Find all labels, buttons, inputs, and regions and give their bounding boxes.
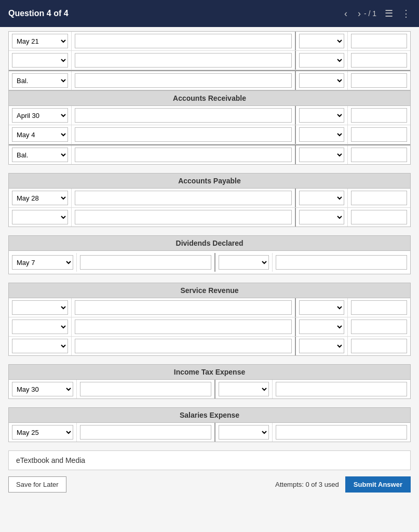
- date-select[interactable]: April 30May 1May 4May 7May 21May 25May 2…: [12, 108, 68, 123]
- partial-top-section: May 21 DebitCredit DebitCredit: [8, 31, 411, 90]
- desc-input[interactable]: [75, 300, 292, 315]
- desc-input[interactable]: [75, 127, 292, 142]
- type-select[interactable]: DebitCredit: [299, 300, 344, 315]
- type-select[interactable]: DebitCredit: [219, 255, 269, 270]
- amount-input[interactable]: [351, 191, 407, 205]
- desc-input[interactable]: [75, 108, 292, 123]
- date-select[interactable]: April 30May 4May 7May 21May 25May 28May …: [12, 320, 68, 334]
- table-row: April 30May 4May 7May 21May 25May 28May …: [9, 317, 410, 337]
- amount-input[interactable]: [276, 382, 407, 396]
- desc-input[interactable]: [80, 255, 211, 270]
- amount-input[interactable]: [351, 34, 407, 48]
- list-icon-button[interactable]: ☰: [385, 8, 393, 19]
- type-select[interactable]: DebitCredit: [299, 339, 344, 353]
- date-select[interactable]: May 7April 30May 4May 21May 25May 28May …: [12, 255, 73, 270]
- table-row: May 4April 30May 1May 7May 21May 25May 2…: [9, 125, 410, 144]
- prev-button[interactable]: ‹: [341, 6, 350, 21]
- type-select[interactable]: DebitCredit: [299, 191, 344, 205]
- table-row: April 30May 1May 4May 7May 21May 25May 2…: [9, 106, 410, 125]
- table-row: April 30May 4May 7May 21May 25May 28May …: [9, 208, 410, 227]
- table-row: May 21 DebitCredit: [9, 32, 410, 51]
- income-tax-expense-header: Income Tax Expense: [8, 364, 411, 380]
- desc-input[interactable]: [80, 425, 211, 440]
- salaries-expense-section: Salaries Expense May 25April 30May 4May …: [8, 407, 411, 442]
- main-content: May 21 DebitCredit DebitCredit: [0, 27, 419, 532]
- date-select[interactable]: April 30May 4May 7May 21May 25May 28May …: [12, 210, 68, 224]
- date-select[interactable]: May 21: [12, 34, 68, 48]
- desc-input[interactable]: [80, 382, 211, 396]
- desc-input[interactable]: [75, 339, 292, 353]
- save-for-later-button[interactable]: Save for Later: [8, 476, 66, 493]
- page-indicator: - / 1: [364, 9, 376, 18]
- type-select[interactable]: DebitCredit: [299, 210, 344, 224]
- type-select[interactable]: DebitCredit: [299, 53, 344, 68]
- income-tax-expense-section: Income Tax Expense May 30April 30May 4Ma…: [8, 364, 411, 399]
- table-row: Bal. DebitCredit: [9, 70, 410, 90]
- table-row: April 30May 4May 7May 21May 25May 28May …: [9, 298, 410, 317]
- date-select[interactable]: May 30April 30May 4May 7May 21May 25May …: [12, 382, 73, 396]
- desc-input[interactable]: [75, 34, 292, 48]
- desc-input[interactable]: [75, 210, 292, 224]
- date-select[interactable]: Bal.April 30May 4May 7: [12, 148, 68, 162]
- type-select[interactable]: DebitCredit: [299, 320, 344, 334]
- desc-input[interactable]: [75, 73, 292, 88]
- service-revenue-section: Service Revenue April 30May 4May 7May 21…: [8, 283, 411, 356]
- amount-input[interactable]: [276, 255, 407, 270]
- amount-input[interactable]: [351, 108, 407, 123]
- attempts-text: Attempts: 0 of 3 used: [275, 481, 339, 488]
- date-select[interactable]: [12, 53, 68, 68]
- submit-answer-button[interactable]: Submit Answer: [345, 476, 411, 493]
- amount-input[interactable]: [351, 53, 407, 68]
- footer-right: Attempts: 0 of 3 used Submit Answer: [275, 476, 411, 493]
- service-revenue-header: Service Revenue: [8, 283, 411, 298]
- date-select[interactable]: April 30May 4May 7May 21May 25May 28May …: [12, 300, 68, 315]
- type-select[interactable]: DebitCredit: [299, 108, 344, 123]
- dividends-declared-section: Dividends Declared May 7April 30May 4May…: [8, 235, 411, 274]
- desc-input[interactable]: [75, 191, 292, 205]
- date-select[interactable]: May 4April 30May 1May 7May 21May 25May 2…: [12, 127, 68, 142]
- date-select[interactable]: May 25April 30May 4May 7May 21May 28May …: [12, 425, 73, 440]
- etextbook-label: eTextbook and Media: [16, 456, 85, 464]
- date-select[interactable]: Bal.: [12, 73, 68, 88]
- salaries-expense-header: Salaries Expense: [8, 407, 411, 423]
- type-select[interactable]: DebitCredit: [219, 382, 269, 396]
- table-row: May 28April 30May 4May 7May 21May 25May …: [9, 189, 410, 208]
- etextbook-bar: eTextbook and Media: [8, 450, 411, 470]
- accounts-payable-section: Accounts Payable May 28April 30May 4May …: [8, 173, 411, 227]
- more-options-button[interactable]: ⋮: [401, 8, 411, 19]
- footer-actions: Save for Later Attempts: 0 of 3 used Sub…: [8, 476, 411, 493]
- table-row: May 25April 30May 4May 7May 21May 28May …: [9, 423, 410, 442]
- accounts-receivable-section: Accounts Receivable April 30May 1May 4Ma…: [8, 90, 411, 165]
- amount-input[interactable]: [351, 148, 407, 162]
- amount-input[interactable]: [351, 339, 407, 353]
- type-select[interactable]: DebitCredit: [299, 34, 344, 48]
- desc-input[interactable]: [75, 53, 292, 68]
- amount-input[interactable]: [276, 425, 407, 440]
- type-select[interactable]: DebitCredit: [299, 127, 344, 142]
- table-row: April 30May 4May 7May 21May 25May 28May …: [9, 337, 410, 355]
- type-select[interactable]: DebitCredit: [219, 425, 269, 440]
- dividends-declared-header: Dividends Declared: [8, 235, 411, 251]
- type-select[interactable]: DebitCredit: [299, 73, 344, 88]
- table-row: May 7April 30May 4May 21May 25May 28May …: [9, 251, 410, 274]
- accounts-payable-header: Accounts Payable: [8, 173, 411, 189]
- date-select[interactable]: May 28April 30May 4May 7May 21May 25May …: [12, 191, 68, 205]
- question-title: Question 4 of 4: [8, 9, 341, 18]
- amount-input[interactable]: [351, 73, 407, 88]
- amount-input[interactable]: [351, 300, 407, 315]
- desc-input[interactable]: [75, 148, 292, 162]
- accounts-receivable-header: Accounts Receivable: [8, 90, 411, 106]
- table-row: DebitCredit: [9, 51, 410, 70]
- date-select[interactable]: April 30May 4May 7May 21May 25May 28May …: [12, 339, 68, 353]
- desc-input[interactable]: [75, 320, 292, 334]
- next-button[interactable]: ›: [355, 6, 364, 21]
- amount-input[interactable]: [351, 127, 407, 142]
- type-select[interactable]: DebitCredit: [299, 148, 344, 162]
- header: Question 4 of 4 ‹ › - / 1 ☰ ⋮: [0, 0, 419, 27]
- table-row: May 30April 30May 4May 7May 21May 25May …: [9, 380, 410, 398]
- amount-input[interactable]: [351, 210, 407, 224]
- table-row: Bal.April 30May 4May 7 DebitCredit: [9, 144, 410, 164]
- amount-input[interactable]: [351, 320, 407, 334]
